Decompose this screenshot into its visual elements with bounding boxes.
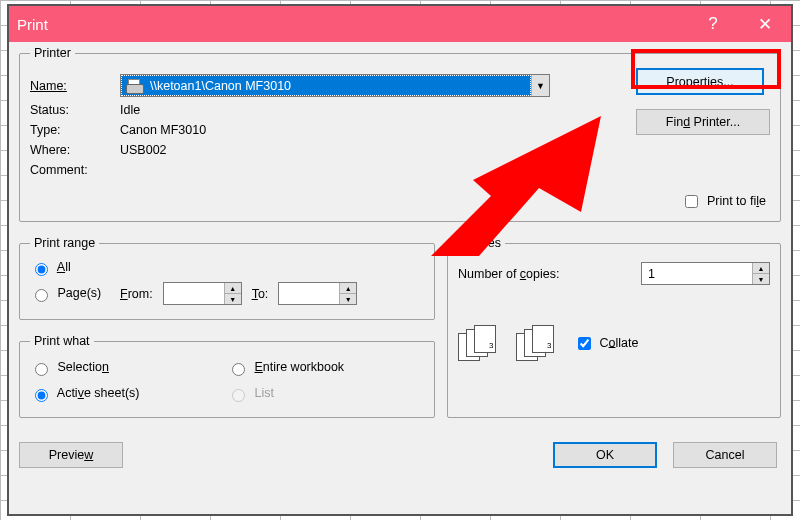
find-printer-label: Find Printer... (666, 115, 740, 129)
spinner-arrows[interactable]: ▲▼ (224, 283, 241, 304)
close-button[interactable]: ✕ (739, 6, 791, 42)
annotation-highlight-box (631, 49, 781, 89)
what-active-label: Active sheet(s) (57, 386, 140, 400)
collate-icon: 123 (516, 325, 556, 361)
print-range-group: Print range All Page(s) From: ▲▼ To: (19, 236, 435, 320)
from-input[interactable] (164, 283, 224, 304)
cancel-label: Cancel (706, 448, 745, 462)
titlebar: Print ? ✕ (9, 6, 791, 42)
range-all-label: All (57, 260, 71, 274)
print-dialog: Print ? ✕ Printer Name: \\ketoan1\Canon … (7, 4, 793, 516)
range-pages-label: Page(s) (57, 286, 101, 300)
status-value: Idle (120, 103, 140, 117)
what-selection-radio[interactable]: Selection (30, 360, 227, 376)
what-entire-radio[interactable]: Entire workbook (227, 360, 424, 376)
copies-legend: Copies (458, 236, 505, 250)
printer-name-value: \\ketoan1\Canon MF3010 (150, 79, 291, 93)
print-range-legend: Print range (30, 236, 99, 250)
printer-name-combo[interactable]: \\ketoan1\Canon MF3010 ▼ (120, 74, 550, 97)
what-active-input[interactable] (35, 389, 48, 402)
what-list-radio: List (227, 386, 424, 402)
type-label: Type: (30, 123, 110, 137)
cancel-button[interactable]: Cancel (673, 442, 777, 468)
dialog-title: Print (9, 16, 687, 33)
copies-group: Copies Number of copies: ▲▼ 123 123 (447, 236, 781, 418)
preview-button[interactable]: Preview (19, 442, 123, 468)
copies-label: Number of copies: (458, 267, 559, 281)
where-value: USB002 (120, 143, 167, 157)
printer-selected: \\ketoan1\Canon MF3010 (121, 75, 531, 96)
from-spinner[interactable]: ▲▼ (163, 282, 242, 305)
from-label: From: (120, 287, 153, 301)
range-pages-input[interactable] (35, 289, 48, 302)
print-to-file-label: Print to file (707, 194, 766, 208)
copies-spinner[interactable]: ▲▼ (641, 262, 770, 285)
printer-legend: Printer (30, 46, 75, 60)
range-pages-radio[interactable]: Page(s) (30, 286, 110, 302)
name-label: Name: (30, 79, 110, 93)
find-printer-button[interactable]: Find Printer... (636, 109, 770, 135)
what-list-label: List (254, 386, 273, 400)
what-selection-label: Selection (57, 360, 108, 374)
print-what-group: Print what Selection Entire workbook Act… (19, 334, 435, 418)
what-entire-input[interactable] (232, 363, 245, 376)
to-input[interactable] (279, 283, 339, 304)
range-all-input[interactable] (35, 263, 48, 276)
to-spinner[interactable]: ▲▼ (278, 282, 357, 305)
spinner-arrows[interactable]: ▲▼ (752, 263, 769, 284)
collate-input[interactable] (578, 337, 591, 350)
to-label: To: (252, 287, 269, 301)
chevron-down-icon[interactable]: ▼ (531, 75, 549, 96)
ok-button[interactable]: OK (553, 442, 657, 468)
what-active-radio[interactable]: Active sheet(s) (30, 386, 227, 402)
comment-label: Comment: (30, 163, 110, 177)
collate-label: Collate (599, 335, 638, 349)
print-to-file-input[interactable] (685, 195, 698, 208)
status-label: Status: (30, 103, 110, 117)
preview-label: Preview (49, 448, 93, 462)
collate-checkbox[interactable]: Collate (574, 334, 638, 353)
what-selection-input[interactable] (35, 363, 48, 376)
help-button[interactable]: ? (687, 6, 739, 42)
print-what-legend: Print what (30, 334, 94, 348)
where-label: Where: (30, 143, 110, 157)
client-area: Printer Name: \\ketoan1\Canon MF3010 ▼ S… (13, 46, 787, 510)
collate-icon: 123 (458, 325, 498, 361)
what-list-input (232, 389, 245, 402)
print-to-file-checkbox[interactable]: Print to file (681, 192, 766, 211)
range-all-radio[interactable]: All (30, 260, 71, 276)
type-value: Canon MF3010 (120, 123, 206, 137)
copies-input[interactable] (642, 263, 752, 284)
printer-icon (126, 79, 144, 93)
spinner-arrows[interactable]: ▲▼ (339, 283, 356, 304)
what-entire-label: Entire workbook (254, 360, 344, 374)
ok-label: OK (596, 448, 614, 462)
